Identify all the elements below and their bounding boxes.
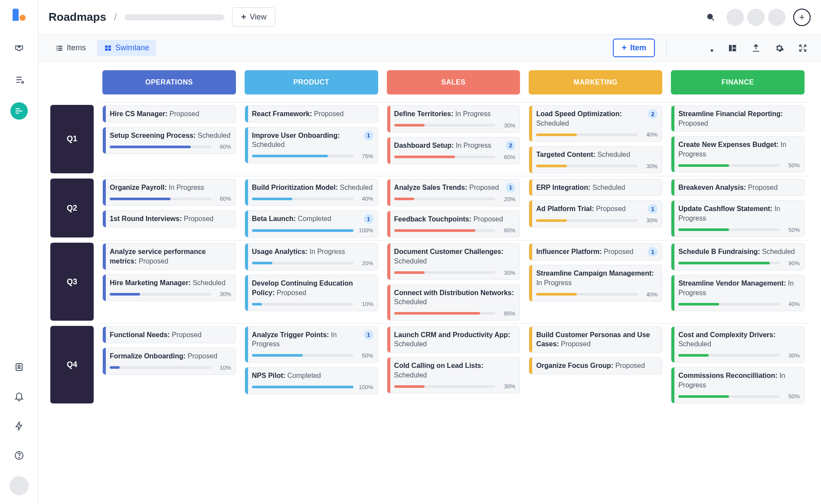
card-stripe — [103, 106, 106, 122]
bell-icon[interactable] — [10, 388, 28, 405]
roadmap-card[interactable]: Cold Calling on Lead Lists: Scheduled30% — [387, 357, 520, 393]
roadmap-card[interactable]: Define Territories: In Progress30% — [387, 105, 520, 133]
roadmap-card[interactable]: Schedule B Fundraising: Scheduled90% — [671, 243, 805, 270]
export-icon[interactable] — [748, 40, 764, 56]
roadmap-card[interactable]: Streamline Financial Reporting: Proposed — [671, 105, 805, 132]
workspace-avatar-3[interactable] — [768, 9, 785, 26]
card-stripe — [103, 327, 106, 343]
progress-row: 100% — [252, 384, 373, 390]
expand-icon[interactable] — [795, 40, 811, 56]
swimlane-cell: Analyze Sales Trends: Proposed120%Feedba… — [383, 176, 525, 241]
progress-row: 80% — [394, 227, 516, 234]
gear-icon[interactable] — [772, 40, 787, 56]
roadmap-card[interactable]: 1st Round Interviews: Proposed — [102, 210, 236, 228]
bolt-icon[interactable] — [10, 417, 28, 435]
card-stripe — [671, 367, 674, 403]
roadmap-card[interactable]: Commissions Reconcilliation: In Progress… — [671, 367, 805, 403]
roadmap-card[interactable]: Build Prioritization Model: Scheduled40% — [245, 179, 378, 206]
tab-swimlane[interactable]: Swimlane — [97, 40, 156, 56]
roadmap-card[interactable]: Analyze Sales Trends: Proposed120% — [387, 179, 520, 206]
link-filter-icon[interactable] — [701, 40, 717, 56]
swimlane-cell: React Framework: ProposedImprove User On… — [240, 102, 383, 176]
column-header[interactable]: SALES — [387, 70, 520, 94]
roadmap-card[interactable]: Cost and Complexity Drivers: Scheduled30… — [671, 326, 805, 363]
roadmap-card[interactable]: Ad Platform Trial: Proposed130% — [529, 200, 662, 228]
roadmap-card[interactable]: Usage Analytics: In Progress20% — [245, 243, 378, 270]
add-view-button[interactable]: + View — [232, 7, 275, 27]
workspace-avatar-1[interactable] — [726, 9, 744, 26]
row-header[interactable]: Q1 — [50, 105, 94, 173]
roadmap-card[interactable]: Streamline Campaign Management: In Progr… — [529, 265, 662, 301]
progress-row: 80% — [110, 143, 231, 150]
roadmap-card[interactable]: Streamline Vendor Management: In Progres… — [671, 275, 805, 311]
view-toolbar: Items Swimlane + Item — [38, 35, 821, 62]
card-stripe — [387, 358, 390, 393]
roadmap-card[interactable]: Formalize Onboarding: Proposed10% — [102, 348, 236, 375]
roadmap-card[interactable]: Improve User Onboarding: Scheduled175% — [245, 127, 378, 163]
roadmap-card[interactable]: Update Cashflow Statement: In Progress50… — [671, 200, 805, 237]
card-stripe — [529, 358, 532, 374]
roadmap-card[interactable]: Feedback Touchpoints: Proposed80% — [387, 211, 520, 238]
roadmap-card[interactable]: Targeted Content: Scheduled30% — [529, 146, 662, 173]
card-stripe — [387, 106, 390, 132]
contacts-icon[interactable] — [10, 358, 28, 376]
list-icon[interactable] — [10, 71, 28, 88]
roadmap-card[interactable]: Analyze service performance metrics: Pro… — [102, 243, 236, 270]
progress-bar — [678, 228, 780, 231]
card-badge: 1 — [648, 204, 657, 214]
roadmap-card[interactable]: Beta Launch: Completed1100% — [245, 210, 378, 237]
add-member-button[interactable]: + — [793, 9, 811, 26]
row-header[interactable]: Q4 — [50, 326, 94, 403]
workspace-avatar-2[interactable] — [747, 9, 765, 26]
roadmap-card[interactable]: Dashboard Setup: In Progress260% — [387, 137, 520, 164]
roadmap-card[interactable]: ERP Integration: Scheduled — [529, 179, 662, 196]
roadmap-card[interactable]: Hire Marketing Manager: Scheduled30% — [102, 274, 236, 302]
card-title: Define Territories: In Progress — [394, 109, 491, 119]
progress-percent: 100% — [358, 227, 373, 234]
progress-bar — [252, 155, 353, 157]
roadmap-card[interactable]: Launch CRM and Productivity App: Schedul… — [387, 326, 520, 353]
row-header[interactable]: Q3 — [50, 243, 94, 320]
card-title: 1st Round Interviews: Proposed — [110, 214, 213, 224]
roadmap-card[interactable]: Develop Continuing Education Policy: Pro… — [245, 275, 378, 311]
column-header[interactable]: MARKETING — [529, 70, 662, 94]
tab-items[interactable]: Items — [49, 40, 93, 56]
roadmap-card[interactable]: Setup Screening Process: Scheduled80% — [102, 127, 236, 154]
layout-icon[interactable] — [725, 40, 740, 56]
roadmap-card[interactable]: React Framework: Proposed — [245, 105, 378, 123]
svg-rect-8 — [56, 48, 57, 49]
search-icon[interactable] — [703, 10, 719, 25]
roadmap-card[interactable]: Connect with Distribution Networks: Sche… — [387, 284, 520, 321]
filter-icon[interactable] — [678, 40, 693, 56]
card-title: Feedback Touchpoints: Proposed — [394, 215, 503, 224]
row-header[interactable]: Q2 — [50, 179, 94, 238]
roadmap-card[interactable]: Breakeven Analysis: Proposed — [671, 179, 805, 196]
roadmap-card[interactable]: Load Speed Optimization: Scheduled240% — [529, 105, 662, 142]
roadmap-card[interactable]: Influencer Platform: Proposed1 — [529, 243, 662, 260]
roadmap-card[interactable]: Create New Expenses Budget: In Progress5… — [671, 136, 805, 172]
progress-row: 50% — [678, 393, 800, 400]
progress-percent: 30% — [500, 122, 515, 129]
roadmap-card[interactable]: Organize Payroll: In Progress60% — [102, 179, 236, 206]
view-button-label: View — [250, 13, 267, 22]
roadmap-card[interactable]: NPS Pilot: Completed100% — [245, 367, 378, 394]
roadmap-card[interactable]: Analyze Trigger Points: In Progress150% — [245, 326, 378, 363]
column-header[interactable]: FINANCE — [671, 70, 805, 94]
user-avatar[interactable] — [10, 476, 29, 495]
progress-row: 40% — [536, 291, 657, 298]
inbox-icon[interactable] — [10, 40, 28, 57]
card-stripe — [529, 146, 532, 173]
card-stripe — [245, 327, 248, 362]
help-icon[interactable] — [10, 447, 28, 464]
roadmap-card[interactable]: Document Customer Challenges: Scheduled3… — [387, 243, 520, 280]
roadmap-card[interactable]: Functional Needs: Proposed — [102, 326, 236, 344]
roadmap-icon[interactable] — [10, 102, 28, 120]
roadmap-card[interactable]: Organize Focus Group: Proposed — [529, 357, 662, 374]
roadmap-card[interactable]: Build Customer Personas and Use Cases: P… — [529, 326, 662, 353]
column-header[interactable]: PRODUCT — [245, 70, 378, 94]
svg-rect-12 — [105, 46, 108, 48]
column-header[interactable]: OPERATIONS — [102, 70, 236, 94]
roadmap-card[interactable]: Hire CS Manager: Proposed — [102, 105, 236, 123]
swimlane-cell: Functional Needs: ProposedFormalize Onbo… — [98, 323, 240, 406]
add-item-button[interactable]: + Item — [613, 39, 655, 57]
